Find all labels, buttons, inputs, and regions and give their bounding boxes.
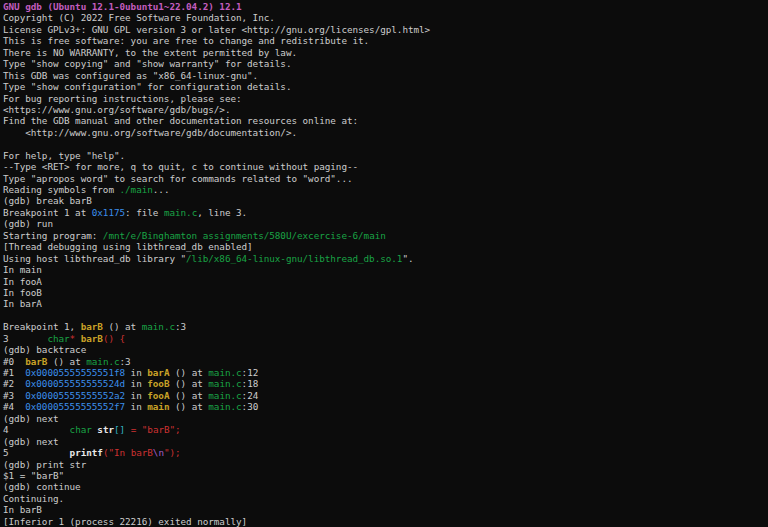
terminal-line: [Thread debugging using libthread_db ena… — [3, 241, 768, 252]
terminal-text-segment: "barB" — [142, 424, 175, 435]
terminal-text-segment: Continuing. — [3, 493, 64, 504]
terminal-line: License GPLv3+: GNU GPL version 3 or lat… — [3, 24, 768, 35]
terminal-line: [Inferior 1 (process 22216) exited norma… — [3, 516, 768, 527]
terminal-text-segment: $1 = "barB" — [3, 470, 64, 481]
terminal-line: There is NO WARRANTY, to the extent perm… — [3, 47, 768, 58]
terminal-text-segment: main.c — [208, 390, 241, 401]
terminal-line: <https://www.gnu.org/software/gdb/bugs/>… — [3, 104, 768, 115]
terminal-text-segment: /lib/x86_64-linux-gnu/libthread_db.so.1 — [186, 253, 402, 264]
terminal-line: 5 printf("In barB\n"); — [3, 447, 768, 458]
terminal-text-segment: For help, type "help". — [3, 150, 125, 161]
terminal-text-segment: License GPLv3+: GNU GPL version 3 or lat… — [3, 24, 430, 35]
terminal-text-segment: <http://www.gnu.org/software/gdb/documen… — [3, 127, 297, 138]
terminal-text-segment: () at — [169, 367, 208, 378]
terminal-text-segment: [] — [114, 424, 125, 435]
terminal-text-segment: 5 — [3, 447, 70, 458]
terminal-line: 3 char* barB() { — [3, 333, 768, 344]
terminal-text-segment: main.c — [86, 356, 119, 367]
terminal-text-segment: For bug reporting instructions, please s… — [3, 93, 242, 104]
terminal-text-segment: () — [103, 333, 114, 344]
terminal-line: #2 0x000055555555524d in fooB () at main… — [3, 378, 768, 389]
terminal-line: This is free software: you are free to c… — [3, 35, 768, 46]
terminal-line: For help, type "help". — [3, 150, 768, 161]
terminal-text-segment: barA — [147, 367, 169, 378]
terminal-text-segment: main — [147, 401, 169, 412]
terminal-line: --Type <RET> for more, q to quit, c to c… — [3, 161, 768, 172]
terminal-text-segment: (gdb) print str — [3, 459, 86, 470]
terminal-text-segment: (gdb) run — [3, 218, 53, 229]
terminal-text-segment: , line 3. — [197, 207, 247, 218]
terminal-line: $1 = "barB" — [3, 470, 768, 481]
terminal-text-segment: () at — [169, 378, 208, 389]
terminal-line: Using host libthread_db library "/lib/x8… — [3, 253, 768, 264]
terminal-text-segment: fooA — [147, 390, 169, 401]
terminal-text-segment: 0x00005555555551f8 — [25, 367, 125, 378]
terminal-text-segment: ./main — [120, 184, 153, 195]
terminal-text-segment: Breakpoint 1 at — [3, 207, 92, 218]
terminal-line: #0 barB () at main.c:3 — [3, 356, 768, 367]
terminal-text-segment: () at — [47, 356, 86, 367]
terminal-text-segment: barB — [81, 321, 103, 332]
terminal-text-segment: main.c — [208, 401, 241, 412]
terminal-text-segment: (gdb) next — [3, 413, 58, 424]
terminal-text-segment: "In barB — [108, 447, 152, 458]
terminal-text-segment: Type "show configuration" for configurat… — [3, 81, 291, 92]
terminal-text-segment: barB — [25, 356, 47, 367]
terminal-line: Find the GDB manual and other documentat… — [3, 115, 768, 126]
terminal-line: This GDB was configured as "x86_64-linux… — [3, 70, 768, 81]
terminal-line: For bug reporting instructions, please s… — [3, 93, 768, 104]
terminal-line: Reading symbols from ./main... — [3, 184, 768, 195]
terminal-line: In barB — [3, 504, 768, 515]
terminal-text-segment: str — [97, 424, 114, 435]
terminal-line: Copyright (C) 2022 Free Software Foundat… — [3, 12, 768, 23]
terminal-text-segment: Using host libthread_db library " — [3, 253, 186, 264]
terminal-text-segment: : file — [125, 207, 164, 218]
terminal-text-segment: 4 — [3, 424, 70, 435]
terminal-text-segment: 0x1175 — [92, 207, 125, 218]
terminal-text-segment: printf — [70, 447, 103, 458]
gdb-terminal[interactable]: GNU gdb (Ubuntu 12.1-0ubuntu1~22.04.2) 1… — [0, 0, 768, 527]
terminal-text-segment: This is free software: you are free to c… — [3, 35, 369, 46]
terminal-text-segment: #3 — [3, 390, 25, 401]
terminal-text-segment: () at — [103, 321, 142, 332]
terminal-text-segment: In barA — [3, 298, 42, 309]
terminal-text-segment: :3 — [120, 356, 131, 367]
terminal-text-segment: main.c — [164, 207, 197, 218]
terminal-text-segment: ... — [153, 184, 170, 195]
terminal-line: (gdb) print str — [3, 459, 768, 470]
terminal-text-segment: () at — [169, 390, 208, 401]
terminal-text-segment: \n — [153, 447, 164, 458]
terminal-output: GNU gdb (Ubuntu 12.1-0ubuntu1~22.04.2) 1… — [3, 1, 768, 527]
terminal-text-segment: #2 — [3, 378, 25, 389]
terminal-text-segment: Reading symbols from — [3, 184, 120, 195]
terminal-text-segment: In fooA — [3, 276, 42, 287]
terminal-text-segment: (gdb) backtrace — [3, 344, 86, 355]
terminal-line: #3 0x00005555555552a2 in fooA () at main… — [3, 390, 768, 401]
terminal-text-segment: There is NO WARRANTY, to the extent perm… — [3, 47, 297, 58]
terminal-line: 4 char str[] = "barB"; — [3, 424, 768, 435]
terminal-line: In fooB — [3, 287, 768, 298]
terminal-line: (gdb) next — [3, 436, 768, 447]
terminal-line: In main — [3, 264, 768, 275]
terminal-text-segment: main.c — [208, 378, 241, 389]
terminal-line: #1 0x00005555555551f8 in barA () at main… — [3, 367, 768, 378]
terminal-text-segment: main.c — [208, 367, 241, 378]
terminal-text-segment: This GDB was configured as "x86_64-linux… — [3, 70, 258, 81]
terminal-text-segment: char — [47, 333, 69, 344]
terminal-text-segment: in — [125, 401, 147, 412]
terminal-text-segment: 0x00005555555552f7 — [25, 401, 125, 412]
terminal-line: (gdb) break barB — [3, 195, 768, 206]
terminal-text-segment: (gdb) continue — [3, 481, 81, 492]
terminal-text-segment: in — [125, 390, 147, 401]
terminal-line — [3, 138, 768, 149]
terminal-text-segment: in — [125, 367, 147, 378]
terminal-text-segment: (gdb) next — [3, 436, 58, 447]
terminal-line: In fooA — [3, 276, 768, 287]
terminal-text-segment: Copyright (C) 2022 Free Software Foundat… — [3, 12, 275, 23]
terminal-text-segment: Starting program: — [3, 230, 103, 241]
terminal-text-segment: In main — [3, 264, 42, 275]
terminal-text-segment: ); — [170, 447, 181, 458]
terminal-line: <http://www.gnu.org/software/gdb/documen… — [3, 127, 768, 138]
terminal-line: In barA — [3, 298, 768, 309]
terminal-text-segment: () at — [169, 401, 208, 412]
